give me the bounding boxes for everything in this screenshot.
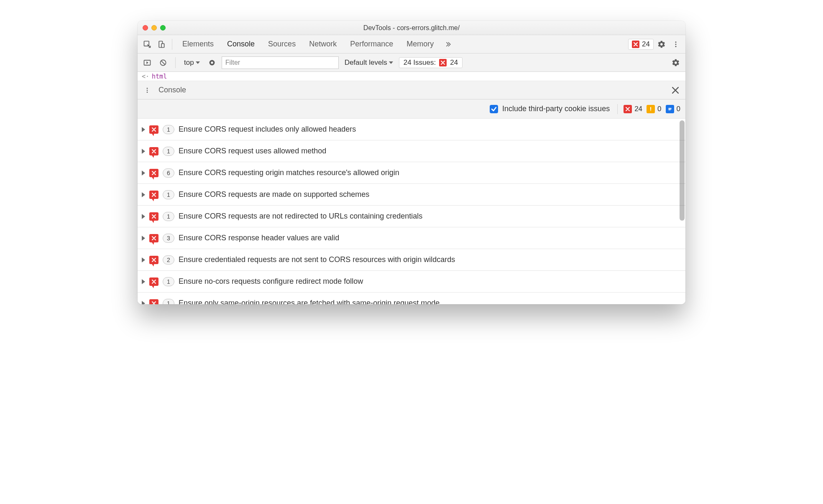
expand-icon xyxy=(142,236,145,241)
source-hint: <· html xyxy=(138,72,685,81)
issue-row[interactable]: 1 Ensure CORS requests are not redirecte… xyxy=(138,206,685,227)
issue-title: Ensure CORS request uses allowed method xyxy=(179,147,326,155)
levels-value: Default levels xyxy=(345,59,387,67)
issues-toolbar: Include third-party cookie issues 24 0 0 xyxy=(138,99,685,119)
issue-row[interactable]: 3 Ensure CORS response header values are… xyxy=(138,227,685,249)
expand-icon xyxy=(142,301,145,305)
error-bubble-icon xyxy=(149,212,158,221)
svg-point-9 xyxy=(211,61,213,64)
expand-icon xyxy=(142,279,145,284)
issue-row[interactable]: 1 Ensure no-cors requests configure redi… xyxy=(138,271,685,293)
console-sidebar-toggle-icon[interactable] xyxy=(141,56,153,69)
separator xyxy=(617,104,618,114)
clear-console-icon[interactable] xyxy=(157,56,169,69)
expand-icon xyxy=(142,171,145,176)
tab-memory[interactable]: Memory xyxy=(401,35,440,53)
close-window-button[interactable] xyxy=(143,25,148,31)
errors-indicator[interactable]: 24 xyxy=(628,39,654,50)
issue-title: Ensure CORS requests are not redirected … xyxy=(179,212,422,221)
drawer-title: Console xyxy=(153,86,191,94)
tab-console[interactable]: Console xyxy=(221,35,261,53)
warnings-badge-count: 0 xyxy=(657,105,661,113)
minimize-window-button[interactable] xyxy=(151,25,157,31)
error-bubble-icon xyxy=(149,191,158,199)
console-toolbar: top Default levels 24 Issues: 24 xyxy=(138,53,685,72)
svg-point-4 xyxy=(675,43,677,45)
drawer-menu-icon[interactable] xyxy=(141,84,153,97)
issue-row[interactable]: 6 Ensure CORS requesting origin matches … xyxy=(138,162,685,184)
issue-count: 1 xyxy=(163,125,174,134)
close-drawer-button[interactable] xyxy=(669,84,682,97)
issue-row[interactable]: 1 Ensure CORS request includes only allo… xyxy=(138,119,685,140)
expand-icon xyxy=(142,257,145,262)
issue-count: 1 xyxy=(163,299,174,305)
error-bubble-icon xyxy=(149,147,158,155)
error-bubble-icon xyxy=(149,277,158,286)
expand-icon xyxy=(142,192,145,197)
issue-count: 1 xyxy=(163,212,174,221)
devtools-window: DevTools - cors-errors.glitch.me/ Elemen… xyxy=(138,21,685,304)
issue-title: Ensure CORS request includes only allowe… xyxy=(179,125,356,134)
issues-list: 1 Ensure CORS request includes only allo… xyxy=(138,119,685,304)
issue-title: Ensure CORS response header values are v… xyxy=(179,234,339,242)
source-tag: html xyxy=(152,73,167,80)
info-icon xyxy=(666,105,674,113)
expand-icon xyxy=(142,149,145,154)
separator xyxy=(175,57,176,68)
svg-point-3 xyxy=(675,41,677,43)
source-prefix: <· xyxy=(142,73,149,80)
issue-title: Ensure only same-origin resources are fe… xyxy=(179,299,440,304)
issue-count: 3 xyxy=(163,234,174,243)
separator xyxy=(172,39,172,50)
issue-count: 1 xyxy=(163,190,174,199)
live-expression-icon[interactable] xyxy=(206,56,218,69)
issues-button[interactable]: 24 Issues: 24 xyxy=(399,57,463,68)
svg-point-5 xyxy=(675,46,677,47)
window-title: DevTools - cors-errors.glitch.me/ xyxy=(138,24,685,32)
select-element-icon[interactable] xyxy=(141,38,153,51)
error-icon xyxy=(632,41,639,48)
warning-icon xyxy=(647,105,655,113)
info-badge[interactable]: 0 xyxy=(666,105,680,113)
filter-input[interactable] xyxy=(222,56,339,69)
titlebar: DevTools - cors-errors.glitch.me/ xyxy=(138,21,685,35)
levels-selector[interactable]: Default levels xyxy=(342,56,396,69)
device-toolbar-icon[interactable] xyxy=(155,38,168,51)
tab-network[interactable]: Network xyxy=(303,35,342,53)
issue-row[interactable]: 1 Ensure CORS request uses allowed metho… xyxy=(138,140,685,162)
context-selector[interactable]: top xyxy=(181,56,202,69)
zoom-window-button[interactable] xyxy=(160,25,166,31)
more-menu-icon[interactable] xyxy=(670,38,682,51)
issue-count: 6 xyxy=(163,168,174,178)
tab-elements[interactable]: Elements xyxy=(176,35,220,53)
issue-row[interactable]: 1 Ensure only same-origin resources are … xyxy=(138,293,685,304)
warnings-badge[interactable]: 0 xyxy=(647,105,661,113)
issues-label: 24 Issues: xyxy=(404,59,436,67)
main-toolbar: Elements Console Sources Network Perform… xyxy=(138,35,685,53)
issue-row[interactable]: 1 Ensure CORS requests are made on suppo… xyxy=(138,184,685,206)
errors-badge[interactable]: 24 xyxy=(624,105,642,113)
error-bubble-icon xyxy=(149,169,158,177)
context-value: top xyxy=(184,59,194,67)
issue-row[interactable]: 2 Ensure credentialed requests are not s… xyxy=(138,249,685,271)
include-third-party-checkbox[interactable] xyxy=(490,105,498,113)
console-settings-icon[interactable] xyxy=(670,56,682,69)
more-tabs-icon[interactable] xyxy=(441,38,454,51)
issue-title: Ensure CORS requesting origin matches re… xyxy=(179,168,399,177)
expand-icon xyxy=(142,127,145,132)
error-icon xyxy=(439,59,447,66)
tab-performance[interactable]: Performance xyxy=(344,35,399,53)
error-bubble-icon xyxy=(149,256,158,264)
errors-count: 24 xyxy=(642,40,650,48)
info-badge-count: 0 xyxy=(677,105,680,113)
errors-badge-count: 24 xyxy=(634,105,642,113)
issue-title: Ensure CORS requests are made on support… xyxy=(179,190,369,199)
svg-point-12 xyxy=(147,92,148,93)
error-bubble-icon xyxy=(149,299,158,305)
drawer-header: Console xyxy=(138,81,685,99)
issue-title: Ensure no-cors requests configure redire… xyxy=(179,277,363,286)
tab-sources[interactable]: Sources xyxy=(262,35,302,53)
settings-icon[interactable] xyxy=(655,38,668,51)
scrollbar[interactable] xyxy=(680,120,685,221)
expand-icon xyxy=(142,214,145,219)
